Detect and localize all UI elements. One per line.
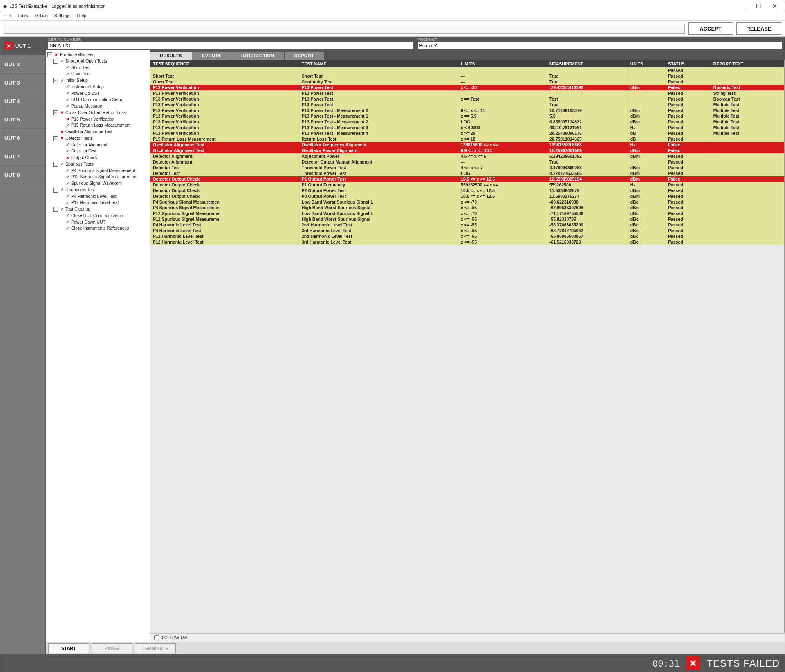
table-row[interactable]: P12 Harmonic Level Test3rd Harmonic Leve… [150,239,784,245]
accept-button[interactable]: ACCEPT [688,22,733,35]
table-row[interactable]: Detector TestThreshold Power Test4 <= x … [150,165,784,170]
column-header[interactable]: UNITS [628,60,665,67]
table-row[interactable]: P13 Power VerificationP13 Power Test - M… [150,108,784,113]
tree-toggle-icon[interactable]: − [53,162,58,167]
column-header[interactable]: MEASUREMENT [547,60,628,67]
tab-results[interactable]: RESULTS [150,52,192,60]
table-row[interactable]: P13 Power VerificationP13 Power Testx ==… [150,96,784,102]
menu-help[interactable]: Help [74,12,90,20]
uut-item[interactable]: UUT 3 [0,74,45,92]
column-header[interactable]: TEST SEQUENCE [150,60,299,67]
tree-node[interactable]: ✓P12 Harmonic Level Test [59,199,149,206]
column-header[interactable]: REPORT TEXT [711,60,784,67]
table-row[interactable]: P13 Power VerificationP13 Power Test - M… [150,130,784,136]
table-row[interactable]: P12 Harmonic Level Test2nd Harmonic Leve… [150,233,784,239]
table-row[interactable]: Short TestShort Test---TruePassed [150,73,784,79]
tree-node[interactable]: ✓Power Down UUT [59,219,149,226]
tree-node[interactable]: −✓Short And Open Tests [53,58,149,65]
terminate-button[interactable]: TERMINATE [135,643,176,653]
table-row[interactable]: P12 Spurious Signal MeasuremeHigh Band W… [150,216,784,222]
menu-debug[interactable]: Debug [31,12,51,20]
tab-report[interactable]: REPORT [285,52,325,60]
table-row[interactable]: Detector Output CheckP1 Output Frequency… [150,182,784,188]
tree-node[interactable]: ✓P4 Harmonic Level Test [59,193,149,200]
tree-toggle-icon[interactable]: − [53,188,58,193]
uut-item[interactable]: ✕UUT 1 [0,37,45,55]
tab-interaction[interactable]: INTERACTION [231,52,285,60]
tab-events[interactable]: EVENTS [192,52,231,60]
actionbar-input[interactable] [4,24,685,34]
tree-toggle-icon[interactable]: − [53,78,58,83]
tree-node[interactable]: −✓Harmonics Test [53,187,149,193]
uut-item[interactable]: UUT 8 [0,166,45,184]
tree-node[interactable]: ✓Detector Alignment [59,142,149,148]
column-header[interactable]: STATUS [665,60,711,67]
table-row[interactable]: Passed [150,67,784,73]
uut-item[interactable]: UUT 5 [0,110,45,129]
table-row[interactable]: Detector TestThreshold Power TestLOG4.22… [150,170,784,176]
table-row[interactable]: Detector Output CheckP1 Output Power Tes… [150,176,784,182]
tree-node[interactable]: ✓Short Test [59,65,149,71]
tree-node[interactable]: −✓Test Cleanup [53,206,149,213]
column-header[interactable]: TEST NAME [299,60,458,67]
uut-item[interactable]: UUT 2 [0,55,45,74]
minimize-button[interactable]: — [734,1,750,11]
table-row[interactable]: P13 Power VerificationP13 Power Test - M… [150,119,784,125]
table-row[interactable]: P4 Harmonic Level Test2nd Harmonic Level… [150,222,784,228]
tree-node[interactable]: −✕ProductAMain.seq [47,52,149,58]
tree-node[interactable]: −✓Initial Setup [53,77,149,84]
tree-toggle-icon[interactable]: − [53,59,58,64]
tree-toggle-icon[interactable]: − [47,52,52,57]
table-row[interactable]: Detector AlignmentDetector Output Manual… [150,159,784,165]
tree-node[interactable]: ✓P15 Return Loss Measurement [59,122,149,129]
table-row[interactable]: P13 Power VerificationP13 Power Testx <=… [150,85,784,90]
tree-node[interactable]: −✕Cross-Over Output Return Loss [53,110,149,116]
table-row[interactable]: P13 Power VerificationP13 Power Test - M… [150,125,784,130]
table-row[interactable]: P4 Spurious Signal MeasuremenLow Band Wo… [150,199,784,205]
column-header[interactable]: LIMITS [458,60,547,67]
tree-node[interactable]: ✕Oscillator Alignment Test [53,129,149,135]
table-row[interactable]: P4 Spurious Signal MeasuremenHigh Band W… [150,205,784,211]
tree-node[interactable]: ✓Open Test [59,71,149,77]
tree-node[interactable]: ✓UUT Communication Setup [59,96,149,103]
table-row[interactable]: Detector Output CheckP3 Output Power Tes… [150,193,784,199]
table-row[interactable]: Detector Output CheckP2 Output Power Tes… [150,188,784,193]
table-row[interactable]: P13 Power VerificationP13 Power TestTrue… [150,102,784,108]
tree-node[interactable]: ✓Popup Message [59,103,149,110]
tree-node[interactable]: ✓P12 Spurious Signal Measurement [59,174,149,180]
table-row[interactable]: P4 Harmonic Level Test3rd Harmonic Level… [150,228,784,233]
table-row[interactable]: Open TestContinuity Test---TruePassed [150,79,784,85]
tree-node[interactable]: ✓Spurious Signal Waveform [59,180,149,187]
table-row[interactable]: P15 Return Loss MeasurementReturn Loss T… [150,136,784,142]
table-row[interactable]: P13 Power VerificationP13 Power TestPass… [150,90,784,96]
pause-button[interactable]: PAUSE [92,643,132,653]
uut-item[interactable]: UUT 6 [0,129,45,147]
tree-node[interactable]: ✓Close Instruments References [59,225,149,232]
tree-node[interactable]: ✓Power Up UST [59,90,149,97]
table-row[interactable]: Oscillator Alignment TestOscillator Freq… [150,142,784,148]
tree-node[interactable]: ✓Instrument Setup [59,84,149,90]
menu-settings[interactable]: Settings [51,12,74,20]
release-button[interactable]: RELEASE [736,22,781,35]
table-row[interactable]: Detector AlignmentAdjustment Power4.5 <=… [150,153,784,159]
uut-item[interactable]: UUT 4 [0,92,45,110]
tree-node[interactable]: ✓Detector Test [59,148,149,155]
menu-file[interactable]: File [0,12,14,20]
tree-node[interactable]: ✕P13 Power Verification [59,116,149,123]
sequence-tree[interactable]: −✕ProductAMain.seq−✓Short And Open Tests… [46,50,150,642]
table-row[interactable]: P12 Spurious Signal MeasuremeLow Band Wo… [150,211,784,216]
serial-input[interactable] [48,42,413,49]
maximize-button[interactable]: ☐ [750,1,767,11]
tree-node[interactable]: −✕Detector Tests [53,135,149,142]
uut-item[interactable]: UUT 7 [0,147,45,166]
start-button[interactable]: START [48,643,89,653]
tree-node[interactable]: −✓Spurious Tests [53,161,149,168]
product-input[interactable] [418,42,782,49]
table-row[interactable]: P13 Power VerificationP13 Power Test - M… [150,113,784,119]
tree-toggle-icon[interactable]: − [53,110,58,115]
tree-toggle-icon[interactable]: − [53,207,58,212]
results-grid-wrap[interactable]: TEST SEQUENCETEST NAMELIMITSMEASUREMENTU… [150,60,785,633]
tree-node[interactable]: ✓P4 Spurious Signal Measurement [59,168,149,174]
tree-node[interactable]: ✓Close UUT Communication [59,213,149,219]
tree-toggle-icon[interactable]: − [53,136,58,141]
